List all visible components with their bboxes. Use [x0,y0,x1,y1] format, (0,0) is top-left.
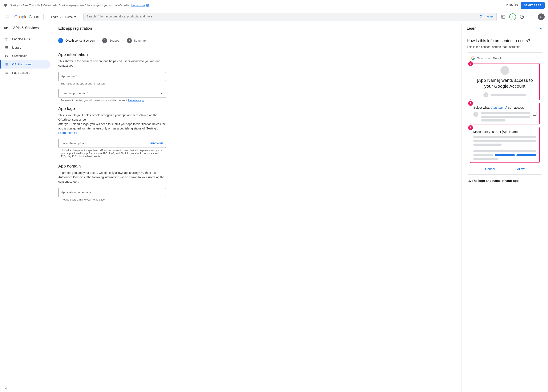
nav-label: OAuth consent… [12,63,35,66]
collapse-icon [4,386,8,390]
nav-oauth-consent[interactable]: OAuth consent… [0,60,50,69]
search-input[interactable] [87,15,473,18]
help-icon [519,14,524,19]
main-header: Google Cloud Logto SSO Demo Search 1 S [0,11,548,23]
search-container: Search [83,13,497,21]
skeleton-line [481,119,505,121]
hamburger-menu-button[interactable] [3,13,12,21]
skeleton-line [473,140,536,142]
key-icon [4,54,8,58]
gift-icon [3,3,7,7]
app-name-input[interactable] [58,72,166,81]
preview-section-3: 3 Make sure you trust [App Name] [470,127,540,163]
sidebar-title: APIs & Services [13,26,39,30]
section-heading-app-domain: App domain [58,164,166,168]
cloud-shell-button[interactable] [499,13,508,21]
field-label: User support email * [61,92,88,95]
chevron-down-icon [161,93,163,94]
project-icon [46,15,50,19]
sidebar: RPI APIs & Services Enabled APIs … Libra… [0,23,53,392]
preview-account-row [473,92,536,97]
stepper: 1 OAuth consent screen 2 Scopes 3 Summar… [53,34,461,47]
project-selector[interactable]: Logto SSO Demo [43,14,79,20]
helper-text: For users to contact you with questions … [61,99,166,102]
google-cloud-logo[interactable]: Google Cloud [14,14,39,19]
learn-body: How is this info presented to users? Thi… [462,34,548,187]
svg-point-7 [532,16,533,17]
project-name: Logto SSO Demo [51,15,72,19]
dismiss-button[interactable]: DISMISS [506,4,518,7]
skeleton-line [473,154,493,156]
section-heading-app-info: App information [58,52,166,57]
promo-banner: Start your Free Trial with $300 in credi… [0,0,548,11]
consent-icon [4,62,8,66]
help-button[interactable] [518,13,526,21]
external-link-icon [146,4,149,7]
preview-badge-3: 3 [468,125,473,130]
step-scopes[interactable]: 2 Scopes [102,38,119,43]
learn-header: Learn [462,23,548,34]
preview-section-1: 1 [App Name] wants access to your Google… [470,63,540,100]
learn-more-link[interactable]: Learn more [128,99,141,102]
start-free-button[interactable]: START FREE [521,2,545,9]
list-item-1: The logo and name of your app [472,179,543,182]
terminal-icon [501,14,506,19]
nav-credentials[interactable]: Credentials [0,52,53,60]
trial-credits-badge[interactable]: 1 [509,14,516,20]
preview-badge-2: 2 [468,101,473,106]
preview-section-title: Make sure you trust [App Name] [473,130,536,133]
learn-heading: How is this info presented to users? [467,38,543,43]
svg-point-3 [48,17,48,17]
sidebar-collapse[interactable] [0,384,53,392]
scope-row [473,112,536,121]
svg-rect-4 [502,15,505,19]
api-logo-icon: RPI [4,26,10,30]
header-icons: 1 S [499,13,545,21]
preview-section-title: Select what [App Name] can access [473,106,536,109]
browse-button[interactable]: BROWSE [150,142,163,145]
field-support-email: User support email * [58,89,166,98]
nav-library[interactable]: Library [0,43,53,52]
skeleton-line [473,158,498,160]
signin-row: Sign in with Google [470,56,540,63]
step-separator [121,41,125,41]
chevron-right-collapse-icon [539,27,543,31]
search-button[interactable]: Search [476,13,497,21]
helper-text: The name of the app asking for consent [61,82,166,85]
support-email-select[interactable]: User support email * [58,89,166,98]
dashboard-icon [4,37,8,41]
promo-learn-more-link[interactable]: Learn more [131,4,145,7]
sidebar-header: RPI APIs & Services [0,23,53,33]
home-page-input[interactable] [58,188,166,197]
preview-section-2: 2 Select what [App Name] can access [470,103,540,125]
body-container: RPI APIs & Services Enabled APIs … Libra… [0,23,548,392]
promo-text: Start your Free Trial with $300 in credi… [10,4,149,7]
learn-title: Learn [467,26,476,31]
promo-left: Start your Free Trial with $300 in credi… [3,3,149,7]
skeleton-line [473,150,536,152]
user-avatar[interactable]: S [538,14,545,20]
preview-cancel: Cancel [485,167,495,171]
field-app-name: App name * [58,72,166,81]
nav-page-usage[interactable]: Page usage a… [0,69,53,77]
learn-more-link[interactable]: Learn more [58,131,73,134]
more-vert-icon [530,14,534,19]
skeleton-line [481,112,530,114]
svg-point-0 [47,16,47,16]
library-icon [4,45,8,50]
collapse-learn-button[interactable] [539,27,543,31]
nav-label: Library [12,46,21,49]
preview-allow: Allow [517,167,525,171]
step-summary[interactable]: 3 Summary [127,38,146,43]
learn-subtitle: This is the consent screen that users se… [467,45,543,49]
skeleton-line [473,136,536,138]
usage-icon [4,71,8,75]
nav-label: Page usage a… [12,71,33,74]
checkbox-placeholder [533,112,536,116]
step-oauth-consent[interactable]: 1 OAuth consent screen [58,38,95,43]
learn-list: The logo and name of your app [467,179,543,182]
nav-enabled-apis[interactable]: Enabled APIs … [0,35,53,43]
more-options-button[interactable] [528,13,536,21]
preview-app-logo-placeholder [500,66,509,75]
search-icon [479,15,483,19]
